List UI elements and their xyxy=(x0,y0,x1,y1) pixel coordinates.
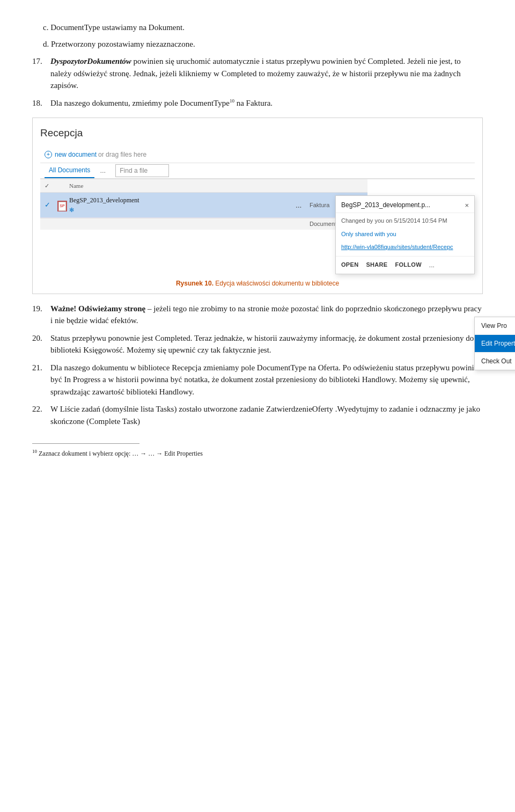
popup-title: BegSP_2013_development.p... xyxy=(341,200,460,210)
doc-list-left: ✓ Name ✓ SP BegSP_ xyxy=(40,179,367,274)
item-18-text-end: na Faktura. xyxy=(234,99,273,107)
context-menu-edit-properties[interactable]: Edit Properties xyxy=(475,335,515,353)
item-17-text: DyspozytorDokumentów powinien się urucho… xyxy=(50,55,483,92)
popup-header: BegSP_2013_development.p... × xyxy=(336,196,474,214)
doc-name: BegSP_2013_development xyxy=(69,196,139,204)
popup-url[interactable]: http://win-vla08fiquav/sites/student/Rec… xyxy=(336,242,474,256)
context-menu-check-out[interactable]: Check Out xyxy=(475,353,515,370)
popup-more-button[interactable]: ... xyxy=(429,260,435,270)
list-item-21: 21. Dla naszego dokumentu w bibliotece R… xyxy=(32,362,483,398)
list-item-d: d. Przetworzony pozostawiamy niezaznaczo… xyxy=(32,38,483,50)
doc-file-icon: SP xyxy=(57,201,67,211)
context-menu-view-properties[interactable]: View Pro xyxy=(475,317,515,335)
tab-ellipsis[interactable]: ... xyxy=(100,165,106,176)
item-19-num: 19. xyxy=(32,303,47,327)
item-18-num: 18. xyxy=(32,97,47,109)
popup-share-button[interactable]: SHARE xyxy=(366,260,387,269)
item-d-label: d. xyxy=(43,40,51,48)
item-21-text: Dla naszego dokumentu w bibliotece Recep… xyxy=(50,362,483,398)
context-menu: View Pro Edit Properties Check Out xyxy=(474,317,515,370)
item-19-text: Ważne! Odświeżamy stronę – jeżeli tego n… xyxy=(50,303,483,327)
figure-title: Recepcja xyxy=(40,126,475,141)
tab-bar: All Documents ... Find a file xyxy=(40,163,475,179)
item-20-text: Status przepływu ponownie jest Completed… xyxy=(50,332,483,356)
popup-open-button[interactable]: OPEN xyxy=(341,260,358,269)
spacer xyxy=(45,220,310,229)
popup-close-button[interactable]: × xyxy=(465,200,469,211)
sharepoint-toolbar: + new document or drag files here xyxy=(40,147,475,163)
item-22-text: W Liście zadań (domyślnie lista Tasks) z… xyxy=(50,403,483,427)
find-file-input[interactable]: Find a file xyxy=(115,164,169,177)
footnote-sup: 10 xyxy=(32,449,37,454)
figure-container: Recepcja + new document or drag files he… xyxy=(32,118,483,294)
item-22-num: 22. xyxy=(32,403,47,427)
list-item-18: 18. Dla naszego dokumentu, zmieńmy pole … xyxy=(32,97,483,109)
list-item-20: 20. Status przepływu ponownie jest Compl… xyxy=(32,332,483,356)
item-18-text-start: Dla naszego dokumentu, zmieńmy pole Docu… xyxy=(50,99,230,107)
list-item-22: 22. W Liście zadań (domyślnie lista Task… xyxy=(32,403,483,427)
item-19-bold: Ważne! xyxy=(50,304,76,313)
doc-list-header: ✓ Name xyxy=(40,179,367,193)
item-c-text: DocumentType ustawiamy na Dokument. xyxy=(50,23,185,32)
row-check: ✓ xyxy=(45,200,57,210)
popup-meta: Changed by you on 5/15/2014 10:54 PM xyxy=(336,213,474,229)
doc-list-area: ✓ Name ✓ SP BegSP_ xyxy=(40,179,475,274)
footnote-divider xyxy=(32,443,139,444)
item-21-num: 21. xyxy=(32,362,47,398)
row-more[interactable]: ... xyxy=(296,199,310,211)
new-doc-label: new document xyxy=(55,150,97,159)
popup-actions: OPEN SHARE FOLLOW ... xyxy=(336,256,474,274)
doc-icon-inner: SP xyxy=(58,202,66,211)
item-17-bold: DyspozytorDokumentów xyxy=(50,57,131,65)
caption-text: Edycja właściwości dokumentu w bibliotec… xyxy=(214,280,339,287)
doc-status-icon: ✻ xyxy=(69,207,74,213)
item-18-text: Dla naszego dokumentu, zmieńmy pole Docu… xyxy=(50,97,273,109)
right-col-headers: DocumentType Pr xyxy=(40,218,367,230)
item-19-bold-text: Odświeżamy stronę xyxy=(76,304,145,313)
row-name: BegSP_2013_development ✻ xyxy=(69,195,296,215)
popup-follow-button[interactable]: FOLLOW xyxy=(395,260,421,269)
list-item-19: 19. Ważne! Odświeżamy stronę – jeżeli te… xyxy=(32,303,483,327)
header-name: Name xyxy=(69,181,349,191)
footnote: 10 Zaznacz dokument i wybierz opcję: … →… xyxy=(32,448,483,458)
figure-caption: Rysunek 10. Edycja właściwości dokumentu… xyxy=(33,274,482,294)
item-18-sup: 10 xyxy=(230,98,234,104)
popup-wrapper: BegSP_2013_development.p... × Changed by… xyxy=(335,195,475,274)
footnote-text: Zaznacz dokument i wybierz opcję: … → … … xyxy=(37,450,203,457)
plus-icon: + xyxy=(45,151,52,158)
figure-inner: Recepcja + new document or drag files he… xyxy=(33,118,482,274)
tab-all-documents[interactable]: All Documents xyxy=(45,163,94,178)
caption-prefix: Rysunek 10. xyxy=(176,280,214,287)
list-item-17: 17. DyspozytorDokumentów powinien się ur… xyxy=(32,55,483,92)
doc-row[interactable]: ✓ SP BegSP_2013_development ✻ ... xyxy=(40,193,367,218)
item-d-text: Przetworzony pozostawiamy niezaznaczone. xyxy=(51,40,195,48)
header-check: ✓ xyxy=(45,181,57,191)
list-item-c: c. DocumentType ustawiamy na Dokument. xyxy=(32,21,483,34)
new-doc-suffix: or drag files here xyxy=(98,150,146,159)
main-content: c. DocumentType ustawiamy na Dokument. d… xyxy=(32,21,483,458)
item-17-num: 17. xyxy=(32,55,47,92)
item-c-label: c. xyxy=(43,23,50,32)
new-document-button[interactable]: + new document or drag files here xyxy=(45,150,146,159)
popup-card: BegSP_2013_development.p... × Changed by… xyxy=(335,195,475,274)
row-icon: SP xyxy=(57,199,69,211)
item-20-num: 20. xyxy=(32,332,47,356)
popup-shared: Only shared with you xyxy=(336,229,474,242)
